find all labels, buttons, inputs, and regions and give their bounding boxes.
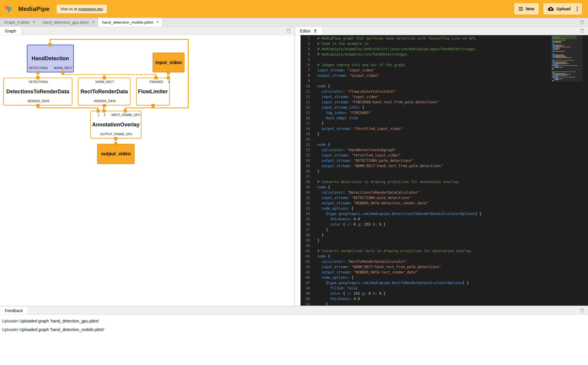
file-tab[interactable]: Graph_0.pbtxt× [0,18,39,27]
code-line: 9 [300,78,547,84]
graph-node-output-video[interactable]: output_video [97,144,135,164]
maximize-tabs-icon[interactable] [581,21,584,24]
port [102,109,106,113]
graph-panel: Graph HandDetectionDETECTIONSNORM_RECTin… [0,27,294,306]
tab-feedback[interactable]: Feedback [0,307,28,315]
download-icon[interactable] [313,29,318,33]
maximize-editor-panel-icon[interactable] [581,29,584,32]
graph-node-input-video[interactable]: input_video [153,53,184,72]
new-menu-icon [519,7,523,11]
line-content: [type.googleapis.com/mediapipe.Detection… [312,211,481,216]
minimap-line [552,54,580,54]
port [167,76,170,79]
code-line: 25 output_stream: "NORM_RECT:hand_rect_f… [300,163,547,169]
code-line: 42node { [300,254,547,259]
line-number: 30 [300,190,312,195]
line-number: 22 [300,147,312,153]
minimap-line [552,41,580,42]
line-content: [type.googleapis.com/mediapipe.RectToRen… [312,280,469,286]
minimap-line [552,74,580,75]
minimap-line [552,61,580,61]
minimap-line [552,42,580,43]
minimap[interactable] [552,36,580,81]
graph-edge [125,107,189,108]
line-number: 9 [300,78,312,84]
port-label: 0 [168,80,170,84]
minimap-line [552,63,580,63]
close-tab-icon[interactable]: × [33,20,35,25]
line-number: 12 [300,94,312,100]
line-number: 19 [300,131,312,137]
node-title: RectToRenderData [81,89,128,95]
port-label: DETECTIONS [29,80,48,84]
close-tab-icon[interactable]: × [156,20,159,25]
minimap-line [552,37,580,38]
line-number: 26 [300,169,312,174]
file-tab[interactable]: hand_detection_gpu.pbtxt× [39,18,98,27]
line-content [312,174,317,179]
line-number: 14 [300,105,312,110]
line-content [312,137,317,142]
graph-node-annotation-overlay[interactable]: AnnotationOverlay12INPUT_FRAME_GPUOUTPUT… [90,111,141,138]
line-content: input_stream: "DETECTIONS:palm_detection… [312,195,411,201]
code-line: 18 output_stream: "throttled_input_video… [300,126,547,131]
line-number: 25 [300,163,312,169]
code-line: 5 [300,57,547,62]
feedback-tab-label: Feedback [5,308,23,313]
line-content: input_stream: "NORM_RECT:hand_rect_from_… [312,264,441,270]
port-label: 1 [98,113,99,117]
code-line: 37 } [300,227,547,232]
code-line: 23 input_stream: "throttled_input_video" [300,153,547,158]
graph-canvas[interactable]: HandDetectionDETECTIONSNORM_RECTinput_vi… [0,35,294,306]
line-content: } [312,238,319,243]
line-content [312,78,317,84]
line-number: 1 [300,36,312,41]
maximize-graph-panel-icon[interactable] [287,29,290,32]
code-line: 15 tag_index: "FINISHED" [300,110,547,115]
port-label: OUTPUT_FRAME_GPU [100,133,133,136]
line-content: back_edge: true [312,115,358,121]
file-tab[interactable]: hand_detection_mobile.pbtxt× [98,18,162,27]
minimap-line [552,57,580,58]
maximize-feedback-panel-icon[interactable] [581,309,584,312]
line-content: # mediapipie/examples/android/src/java/c… [312,46,477,52]
line-content: output_stream: "RENDER_DATA:rect_render_… [312,270,418,275]
new-button[interactable]: New [514,3,539,14]
node-title: AnnotationOverlay [92,122,140,128]
minimap-line [552,78,580,78]
line-number: 36 [300,222,312,227]
line-number: 31 [300,195,312,201]
line-content: calculator: "RectToRenderDataCalculator" [312,259,407,264]
graph-node-hand-detection[interactable]: HandDetectionDETECTIONSNORM_RECT [27,45,74,72]
minimap-line [552,75,580,76]
upload-button[interactable]: Upload [543,3,582,14]
graph-panel-header: Graph [0,27,294,35]
tab-editor[interactable]: Editor [295,27,323,35]
kebab-menu-icon[interactable] [575,6,578,11]
code-line: 45 output_stream: "RENDER_DATA:rect_rend… [300,270,547,275]
mediapipe-dev-link[interactable]: mediapipe.dev [78,7,103,11]
minimap-line [552,51,580,52]
minimap-line [552,69,580,69]
line-content: node_options: { [312,275,354,280]
graph-node-flow-limiter[interactable]: FlowLimiterFINISHED0 [136,78,170,105]
graph-node-rect-to-render-data[interactable]: RectToRenderDataNORM_RECTRENDER_DATA [78,78,130,105]
minimap-line [552,79,580,79]
line-number: 28 [300,179,312,185]
line-number: 46 [300,275,312,280]
code-editor[interactable]: 1# MediaPipe graph that performs hand de… [300,35,588,306]
minimap-line [552,47,580,47]
feedback-source: Uploader [0,319,19,323]
code-line: 19} [300,131,547,137]
code-line: 2# Used in the example in [300,41,547,46]
line-number: 15 [300,110,312,115]
new-button-label: New [526,6,534,11]
minimap-line [552,48,580,49]
close-tab-icon[interactable]: × [92,20,94,25]
line-content: } [312,169,319,174]
line-content: calculator: "HandDetectionSubgraph" [312,147,396,153]
tab-graph[interactable]: Graph [0,27,21,35]
graph-node-detections-to-render-data[interactable]: DetectionsToRenderDataDETECTIONSRENDER_D… [3,78,72,105]
line-number: 42 [300,254,312,259]
line-number: 44 [300,264,312,270]
